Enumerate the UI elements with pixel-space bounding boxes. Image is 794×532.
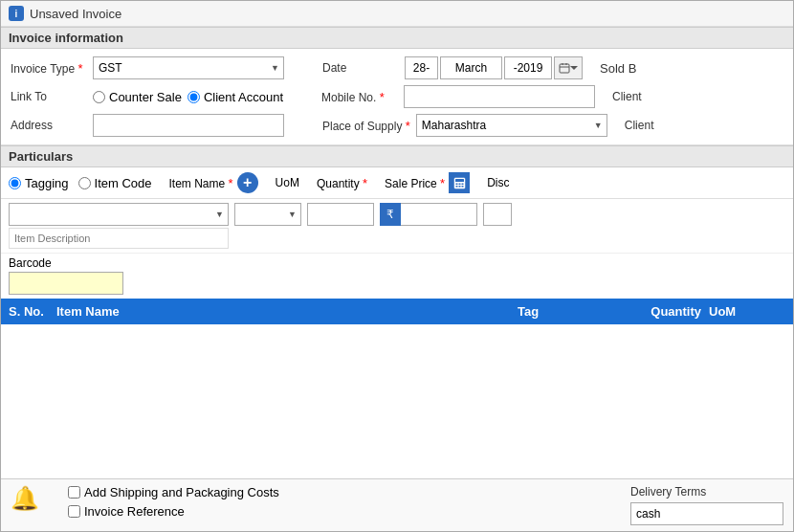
particulars-toolbar: Tagging Item Code Item Name * + UoM Q xyxy=(1,167,793,199)
window-title: Unsaved Invoice xyxy=(30,7,121,21)
uom-group: UoM xyxy=(276,176,299,189)
place-of-supply-select[interactable]: Maharashtra Delhi Karnataka Tamil Nadu xyxy=(416,114,607,137)
mobile-label: Mobile No. * xyxy=(321,90,398,104)
sale-price-group: Sale Price * xyxy=(385,172,470,193)
date-picker-button[interactable] xyxy=(554,56,583,79)
link-to-label: Link To xyxy=(11,90,87,103)
add-shipping-text: Add Shipping and Packaging Costs xyxy=(84,485,279,499)
date-year-input[interactable] xyxy=(504,56,552,79)
svg-rect-0 xyxy=(560,64,569,73)
address-input[interactable] xyxy=(93,114,284,137)
svg-marker-4 xyxy=(570,66,578,70)
barcode-input[interactable] xyxy=(9,272,123,295)
client-account-radio[interactable] xyxy=(187,91,200,103)
date-day-input[interactable] xyxy=(405,56,438,79)
add-shipping-checkbox[interactable] xyxy=(68,486,80,499)
dropdown-icon xyxy=(570,64,578,72)
add-shipping-label[interactable]: Add Shipping and Packaging Costs xyxy=(68,485,279,499)
discount-input[interactable] xyxy=(483,203,512,226)
calculator-icon xyxy=(453,177,466,189)
add-item-button[interactable]: + xyxy=(237,172,258,193)
quantity-group: Quantity * xyxy=(317,176,367,190)
delivery-terms-input[interactable] xyxy=(630,502,783,525)
tagging-radio-label[interactable]: Tagging xyxy=(9,176,69,190)
sold-by-label: Sold B xyxy=(600,61,636,76)
tagging-label: Tagging xyxy=(25,176,69,190)
item-name-select[interactable] xyxy=(9,203,229,226)
mobile-group: Mobile No. * xyxy=(321,85,595,108)
item-code-radio-label[interactable]: Item Code xyxy=(78,176,152,190)
delivery-section: Delivery Terms xyxy=(630,485,783,525)
barcode-and-name xyxy=(9,203,229,249)
invoice-reference-label[interactable]: Invoice Reference xyxy=(68,504,279,519)
particulars-section: Particulars Tagging Item Code Item Name … xyxy=(1,145,793,478)
invoice-info: Invoice Type * GST Non-GST Date xyxy=(1,49,793,145)
item-name-group: Item Name * + xyxy=(169,172,258,193)
client-label-2: Client xyxy=(625,119,654,132)
link-to-group: Link To Counter Sale Client Account xyxy=(11,90,283,104)
bottom-bar: 🔔 Add Shipping and Packaging Costs Invoi… xyxy=(1,478,793,531)
invoice-reference-checkbox[interactable] xyxy=(68,505,80,518)
main-content: Invoice information Invoice Type * GST N… xyxy=(1,27,793,531)
disc-label: Disc xyxy=(487,176,509,189)
form-row-3: Address Place of Supply * Maharashtra De… xyxy=(11,114,783,137)
client-label-1: Client xyxy=(612,90,642,103)
currency-button[interactable]: ₹ xyxy=(380,203,401,226)
svg-rect-12 xyxy=(461,186,463,188)
counter-sale-radio-label[interactable]: Counter Sale xyxy=(93,90,182,104)
date-group: Date xyxy=(322,56,583,79)
counter-sale-radio[interactable] xyxy=(93,91,105,103)
place-of-supply-group: Place of Supply * Maharashtra Delhi Karn… xyxy=(322,114,607,137)
invoice-type-select-wrapper: GST Non-GST xyxy=(93,56,284,79)
col-tag-header: Tag xyxy=(518,304,632,319)
address-label: Address xyxy=(11,119,87,132)
invoice-type-select[interactable]: GST Non-GST xyxy=(93,56,284,79)
uom-select[interactable] xyxy=(234,203,301,226)
invoice-type-group: Invoice Type * GST Non-GST xyxy=(11,56,284,79)
svg-rect-8 xyxy=(458,183,460,185)
col-name-header: Item Name xyxy=(56,304,518,319)
date-label: Date xyxy=(322,61,399,75)
address-group: Address xyxy=(11,114,284,137)
app-icon: i xyxy=(9,6,24,21)
particulars-header: Particulars xyxy=(1,145,793,167)
calculator-button[interactable] xyxy=(449,172,470,193)
svg-rect-10 xyxy=(455,186,457,188)
sale-price-input[interactable] xyxy=(401,203,477,226)
item-code-radio[interactable] xyxy=(78,177,91,189)
item-name-select-wrapper xyxy=(9,203,229,226)
quantity-input[interactable] xyxy=(307,203,374,226)
item-name-label: Item Name * xyxy=(169,176,233,190)
tagging-radio[interactable] xyxy=(9,177,21,189)
sale-price-label: Sale Price * xyxy=(385,176,445,190)
svg-rect-7 xyxy=(455,183,457,185)
quantity-label: Quantity * xyxy=(317,176,367,190)
bell-icon: 🔔 xyxy=(11,485,39,512)
form-row-1: Invoice Type * GST Non-GST Date xyxy=(11,56,783,79)
uom-label: UoM xyxy=(276,176,299,189)
delivery-terms-label: Delivery Terms xyxy=(630,485,783,499)
place-of-supply-wrapper: Maharashtra Delhi Karnataka Tamil Nadu xyxy=(416,114,607,137)
table-body xyxy=(1,324,793,478)
form-row-2: Link To Counter Sale Client Account Mobi… xyxy=(11,85,783,108)
date-month-input[interactable] xyxy=(440,56,502,79)
table-header: S. No. Item Name Tag Quantity UoM xyxy=(1,299,793,324)
svg-rect-9 xyxy=(461,183,463,185)
sale-price-input-group: ₹ xyxy=(380,203,477,226)
invoice-reference-text: Invoice Reference xyxy=(84,504,185,519)
invoice-type-label: Invoice Type * xyxy=(11,61,87,76)
col-sno-header: S. No. xyxy=(9,304,56,319)
client-account-radio-label[interactable]: Client Account xyxy=(187,90,283,104)
counter-sale-text: Counter Sale xyxy=(109,90,182,104)
mobile-input[interactable] xyxy=(404,85,595,108)
uom-select-wrapper xyxy=(234,203,301,226)
item-input-row: ₹ xyxy=(1,199,793,254)
client-account-text: Client Account xyxy=(204,90,283,104)
barcode-row: Barcode xyxy=(1,254,793,299)
invoice-section-header: Invoice information xyxy=(1,27,793,49)
place-of-supply-label: Place of Supply * xyxy=(322,119,410,133)
item-description-input[interactable] xyxy=(9,228,229,249)
svg-rect-6 xyxy=(455,179,464,182)
checkboxes-group: Add Shipping and Packaging Costs Invoice… xyxy=(68,485,279,519)
barcode-input-wrapper xyxy=(9,272,785,295)
